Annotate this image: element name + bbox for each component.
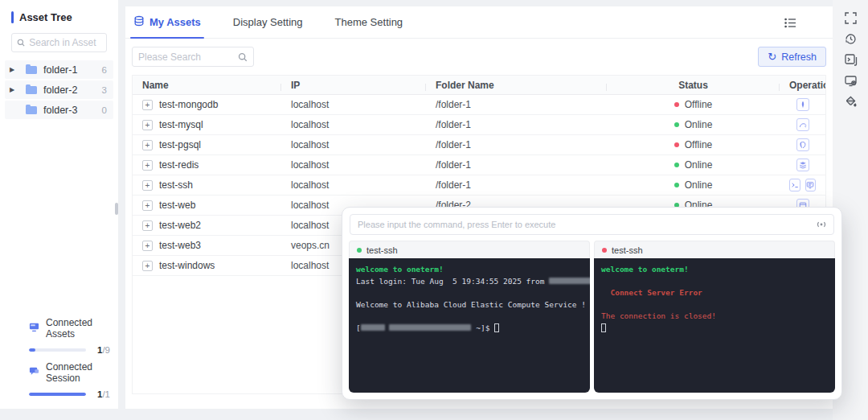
table-row: +test-sshlocalhost/folder-1Online xyxy=(133,175,825,196)
tree-item-folder-2[interactable]: ▶folder-23 xyxy=(5,80,113,99)
terminal-text: welcome to oneterm! xyxy=(601,265,689,274)
tab-label: Theme Setting xyxy=(335,16,403,28)
folder-icon xyxy=(26,106,37,114)
table-row: +test-pgsqllocalhost/folder-1Offline xyxy=(133,135,825,155)
terminal-line: Welcome to Alibaba Cloud Elastic Compute… xyxy=(356,299,583,311)
refresh-label: Refresh xyxy=(781,51,817,63)
row-expand-icon[interactable]: + xyxy=(142,160,153,171)
cell-folder: /folder-1 xyxy=(426,139,607,150)
op-mysql-icon[interactable] xyxy=(796,118,809,131)
cell-folder: /folder-1 xyxy=(426,179,607,191)
status-dot xyxy=(674,183,679,187)
title-accent-bar xyxy=(11,11,14,23)
asset-name: test-mongodb xyxy=(159,99,218,110)
tab-theme-setting[interactable]: Theme Setting xyxy=(335,6,403,39)
asset-name: test-web3 xyxy=(159,240,201,251)
terminal-tab-label: test-ssh xyxy=(366,245,398,255)
command-input[interactable] xyxy=(350,214,834,235)
asset-name: test-windows xyxy=(159,260,215,271)
status-text: Online xyxy=(685,159,713,171)
row-expand-icon[interactable]: + xyxy=(142,100,153,110)
terminal-tab[interactable]: test-ssh xyxy=(594,241,835,258)
tab-label: Display Setting xyxy=(233,16,303,28)
row-expand-icon[interactable]: + xyxy=(142,140,153,150)
terminal-cursor xyxy=(601,323,606,332)
cell-folder: /folder-1 xyxy=(426,119,607,130)
row-expand-icon[interactable]: + xyxy=(142,241,153,251)
sidebar-title: Asset Tree xyxy=(11,11,118,23)
stat-value: 1/1 xyxy=(86,389,110,399)
status-text: Online xyxy=(685,119,713,130)
op-ssh-terminal-icon[interactable] xyxy=(789,179,800,191)
op-sftp-icon[interactable] xyxy=(805,179,817,191)
asset-search-input[interactable] xyxy=(29,37,101,48)
row-expand-icon[interactable]: + xyxy=(142,120,153,130)
terminal-output[interactable]: welcome to oneterm! Connect Server Error… xyxy=(594,258,835,393)
theme-fill-icon[interactable] xyxy=(844,95,858,109)
asset-name: test-web xyxy=(159,200,195,211)
tree-item-count: 0 xyxy=(102,105,107,115)
batch-terminal-panel: test-sshwelcome to oneterm!Last login: T… xyxy=(342,207,842,400)
monitor-icon xyxy=(29,322,39,335)
table-search-box[interactable] xyxy=(132,47,254,67)
tree-item-folder-3[interactable]: ▶folder-30 xyxy=(5,101,113,119)
refresh-button[interactable]: ↻ Refresh xyxy=(758,47,826,67)
cell-status: Online xyxy=(607,119,780,130)
table-header: NameIPFolder NameStatusOperation xyxy=(133,76,825,95)
terminal-line: The connection is closed! xyxy=(601,311,828,323)
tabs-bar: My AssetsDisplay SettingTheme Setting xyxy=(125,6,833,39)
cell-ip: localhost xyxy=(281,179,426,191)
asset-name: test-pgsql xyxy=(159,139,201,150)
col-header-name: Name xyxy=(133,80,281,91)
column-settings-icon[interactable] xyxy=(784,16,797,30)
sidebar-title-text: Asset Tree xyxy=(19,11,72,23)
row-expand-icon[interactable]: + xyxy=(142,261,153,271)
cell-name: +test-pgsql xyxy=(133,139,281,150)
table-row: +test-redislocalhost/folder-1Online xyxy=(133,155,825,175)
cell-name: +test-redis xyxy=(133,159,281,171)
cell-name: +test-mysql xyxy=(133,119,281,130)
terminal-output[interactable]: welcome to oneterm!Last login: Tue Aug 5… xyxy=(349,258,590,393)
cell-name: +test-mongodb xyxy=(133,99,281,110)
history-icon[interactable] xyxy=(844,32,858,46)
terminal-tab-label: test-ssh xyxy=(612,245,643,255)
stat-progress-fill xyxy=(29,348,35,352)
row-expand-icon[interactable]: + xyxy=(142,200,153,211)
cell-operation xyxy=(780,98,825,111)
terminal-line xyxy=(601,276,828,288)
asset-name: test-ssh xyxy=(159,179,193,191)
sidebar-resize-handle[interactable] xyxy=(115,203,118,215)
terminal-tab[interactable]: test-ssh xyxy=(349,241,590,258)
expand-caret-icon[interactable]: ▶ xyxy=(10,66,19,73)
terminal-line: welcome to oneterm! xyxy=(601,264,828,276)
stat-label-text: Connected Assets xyxy=(46,317,110,340)
terminal-text: Last login: Tue Aug 5 19:34:55 2025 from xyxy=(356,277,549,286)
cell-name: +test-ssh xyxy=(133,179,281,191)
broadcast-icon[interactable] xyxy=(816,219,827,230)
table-row: +test-mongodblocalhost/folder-1Offline xyxy=(133,95,825,115)
display-settings-icon[interactable] xyxy=(844,74,858,88)
refresh-icon: ↻ xyxy=(768,51,776,62)
terminal-line xyxy=(601,323,828,335)
table-search-input[interactable] xyxy=(138,51,238,63)
tab-my-assets[interactable]: My Assets xyxy=(133,6,201,39)
op-pgsql-icon[interactable] xyxy=(796,138,809,151)
expand-caret-icon[interactable]: ▶ xyxy=(10,86,19,93)
cell-ip: localhost xyxy=(281,139,426,150)
asset-search-box[interactable] xyxy=(11,33,107,52)
tree-item-folder-1[interactable]: ▶folder-16 xyxy=(5,60,113,79)
fullscreen-icon[interactable] xyxy=(844,11,858,25)
terminal-line: [ ~]$ xyxy=(356,323,583,335)
cell-status: Online xyxy=(607,179,780,191)
op-redis-icon[interactable] xyxy=(796,159,809,171)
cell-status: Online xyxy=(607,159,780,171)
terminal-line xyxy=(356,287,583,299)
redacted-text xyxy=(549,278,590,284)
row-expand-icon[interactable]: + xyxy=(142,180,153,191)
status-dot xyxy=(674,102,679,107)
console-icon[interactable] xyxy=(844,53,858,67)
tab-display-setting[interactable]: Display Setting xyxy=(233,6,303,39)
row-expand-icon[interactable]: + xyxy=(142,220,153,231)
cell-operation xyxy=(780,118,825,131)
op-mongodb-icon[interactable] xyxy=(796,98,809,111)
